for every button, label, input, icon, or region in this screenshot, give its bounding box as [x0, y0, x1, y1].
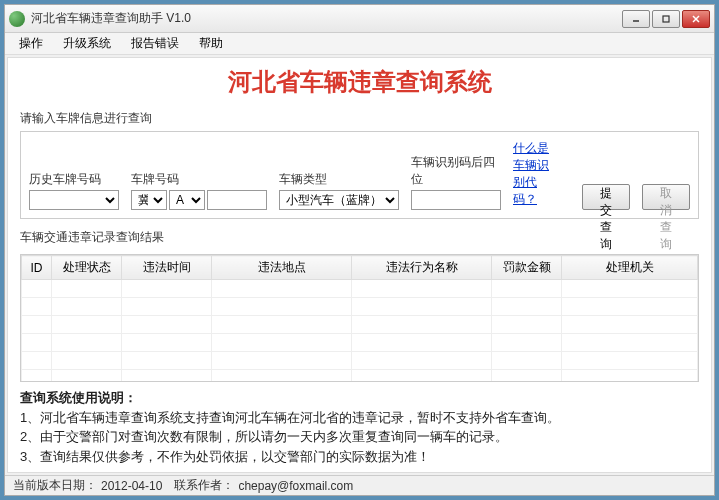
type-select[interactable]: 小型汽车（蓝牌）	[279, 190, 399, 210]
menu-upgrade[interactable]: 升级系统	[53, 33, 121, 54]
window-title: 河北省车辆违章查询助手 V1.0	[31, 10, 620, 27]
history-label: 历史车牌号码	[29, 171, 119, 188]
menu-report[interactable]: 报告错误	[121, 33, 189, 54]
main-window: 河北省车辆违章查询助手 V1.0 操作 升级系统 报告错误 帮助 河北省车辆违章…	[4, 4, 715, 496]
content-area: 河北省车辆违章查询系统 请输入车牌信息进行查询 历史车牌号码 车牌号码 冀 A …	[7, 57, 712, 473]
table-row	[22, 334, 698, 352]
vin-input[interactable]	[411, 190, 501, 210]
page-title: 河北省车辆违章查询系统	[20, 66, 699, 98]
instructions: 查询系统使用说明： 1、河北省车辆违章查询系统支持查询河北车辆在河北省的违章记录…	[20, 388, 699, 466]
table-header-row: ID 处理状态 违法时间 违法地点 违法行为名称 罚款金额 处理机关	[22, 256, 698, 280]
cancel-button[interactable]: 取消查询	[642, 184, 690, 210]
col-time: 违法时间	[122, 256, 212, 280]
col-behavior: 违法行为名称	[352, 256, 492, 280]
col-agency: 处理机关	[562, 256, 698, 280]
window-controls	[620, 10, 710, 28]
version-date: 2012-04-10	[101, 479, 162, 493]
close-button[interactable]	[682, 10, 710, 28]
table-row	[22, 280, 698, 298]
table-row	[22, 370, 698, 383]
query-form: 历史车牌号码 车牌号码 冀 A 车辆类型 小型汽车（蓝牌） 车辆识别码后四位 什…	[20, 131, 699, 219]
menu-help[interactable]: 帮助	[189, 33, 233, 54]
vin-help-link[interactable]: 什么是车辆识别代码？	[513, 140, 558, 208]
results-section-label: 车辆交通违章记录查询结果	[20, 229, 699, 246]
table-row	[22, 316, 698, 334]
version-label: 当前版本日期：	[13, 477, 97, 494]
titlebar: 河北省车辆违章查询助手 V1.0	[5, 5, 714, 33]
plate-province-select[interactable]: 冀	[131, 190, 167, 210]
svg-rect-1	[663, 16, 669, 22]
plate-letter-select[interactable]: A	[169, 190, 205, 210]
plate-field: 车牌号码 冀 A	[131, 171, 267, 210]
statusbar: 当前版本日期： 2012-04-10 联系作者： chepay@foxmail.…	[5, 475, 714, 495]
results-table-wrap: ID 处理状态 违法时间 违法地点 违法行为名称 罚款金额 处理机关	[20, 254, 699, 382]
instruction-line: 1、河北省车辆违章查询系统支持查询河北车辆在河北省的违章记录，暂时不支持外省车查…	[20, 408, 699, 428]
type-field: 车辆类型 小型汽车（蓝牌）	[279, 171, 399, 210]
col-id: ID	[22, 256, 52, 280]
plate-label: 车牌号码	[131, 171, 267, 188]
instruction-line: 3、查询结果仅供参考，不作为处罚依据，以交警部门的实际数据为准！	[20, 447, 699, 467]
minimize-button[interactable]	[622, 10, 650, 28]
history-select[interactable]	[29, 190, 119, 210]
table-row	[22, 352, 698, 370]
menu-operate[interactable]: 操作	[9, 33, 53, 54]
vin-label: 车辆识别码后四位	[411, 154, 501, 188]
instruction-line: 2、由于交警部门对查询次数有限制，所以请勿一天内多次重复查询同一辆车的记录。	[20, 427, 699, 447]
contact-value: chepay@foxmail.com	[238, 479, 353, 493]
form-section-label: 请输入车牌信息进行查询	[20, 110, 699, 127]
plate-number-input[interactable]	[207, 190, 267, 210]
instructions-title: 查询系统使用说明：	[20, 388, 699, 408]
col-fine: 罚款金额	[492, 256, 562, 280]
type-label: 车辆类型	[279, 171, 399, 188]
vin-field: 车辆识别码后四位	[411, 154, 501, 210]
submit-button[interactable]: 提交查询	[582, 184, 630, 210]
history-field: 历史车牌号码	[29, 171, 119, 210]
contact-label: 联系作者：	[174, 477, 234, 494]
col-location: 违法地点	[212, 256, 352, 280]
table-row	[22, 298, 698, 316]
col-status: 处理状态	[52, 256, 122, 280]
maximize-button[interactable]	[652, 10, 680, 28]
results-table: ID 处理状态 违法时间 违法地点 违法行为名称 罚款金额 处理机关	[21, 255, 698, 382]
menubar: 操作 升级系统 报告错误 帮助	[5, 33, 714, 55]
app-icon	[9, 11, 25, 27]
